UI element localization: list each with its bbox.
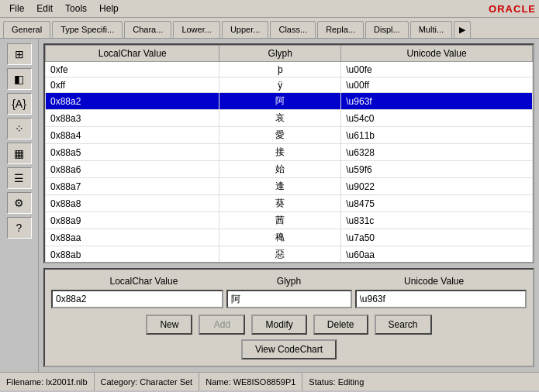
cell-unicode: \u963f xyxy=(341,93,533,110)
tab-bar: General Type Specifi... Chara... Lower..… xyxy=(0,18,539,39)
table-row[interactable]: 0xfeþ\u00fe xyxy=(46,62,533,77)
form-labels: LocalChar Value Glyph Unicode Value xyxy=(51,276,527,287)
tab-repla[interactable]: Repla... xyxy=(317,21,364,38)
cell-glyph: 愛 xyxy=(219,127,341,144)
cell-localchar: 0x88aa xyxy=(46,229,219,246)
cell-glyph: 哀 xyxy=(219,110,341,127)
cell-localchar: 0x88a2 xyxy=(46,93,219,110)
table-row[interactable]: 0x88a3哀\u54c0 xyxy=(46,110,533,127)
table-row[interactable]: 0x88a5接\u6328 xyxy=(46,144,533,161)
sidebar: ⊞ ◧ {A} ⁘ ▦ ☰ ⚙ ? xyxy=(0,39,39,372)
tab-type-specifi[interactable]: Type Specifi... xyxy=(52,21,123,38)
sidebar-icon-help[interactable]: ? xyxy=(7,217,32,239)
menu-help[interactable]: Help xyxy=(93,2,125,15)
cell-unicode: \u59f6 xyxy=(341,161,533,178)
form-label-localchar: LocalChar Value xyxy=(51,276,237,287)
cell-glyph: 葵 xyxy=(219,195,341,212)
edit-form: LocalChar Value Glyph Unicode Value New … xyxy=(43,268,534,367)
col-header-glyph: Glyph xyxy=(219,46,341,62)
cell-glyph: 接 xyxy=(219,144,341,161)
action-buttons: New Add Modify Delete Search xyxy=(51,315,527,335)
table-row[interactable]: 0x88a7逢\u9022 xyxy=(46,178,533,195)
table-scroll[interactable]: LocalChar Value Glyph Unicode Value 0xfe… xyxy=(45,45,533,262)
status-bar: Filename: lx2001f.nlb Category: Characte… xyxy=(0,372,539,390)
cell-glyph: 穐 xyxy=(219,229,341,246)
tab-multi[interactable]: Multi... xyxy=(410,21,452,38)
right-panel: LocalChar Value Glyph Unicode Value 0xfe… xyxy=(39,39,539,372)
cell-localchar: 0x88a9 xyxy=(46,212,219,229)
cell-unicode: \u00fe xyxy=(341,62,533,77)
table-row[interactable]: 0xffÿ\u00ff xyxy=(46,77,533,93)
form-label-unicode: Unicode Value xyxy=(341,276,527,287)
search-button[interactable]: Search xyxy=(375,315,432,335)
view-codechart-button[interactable]: View CodeChart xyxy=(241,339,337,359)
status-filename: Filename: lx2001f.nlb xyxy=(0,373,95,390)
input-localchar[interactable] xyxy=(51,290,223,308)
char-table: LocalChar Value Glyph Unicode Value 0xfe… xyxy=(45,45,533,262)
cell-unicode: \u831c xyxy=(341,212,533,229)
menu-bar: File Edit Tools Help ORACLE xyxy=(0,0,539,18)
tab-upper[interactable]: Upper... xyxy=(222,21,269,38)
cell-localchar: 0x88a5 xyxy=(46,144,219,161)
form-label-glyph: Glyph xyxy=(240,276,338,287)
cell-glyph: ÿ xyxy=(219,77,341,93)
table-row[interactable]: 0x88a6始\u59f6 xyxy=(46,161,533,178)
cell-localchar: 0x88a7 xyxy=(46,178,219,195)
sidebar-icon-gear[interactable]: ⚙ xyxy=(7,192,32,214)
cell-glyph: 茜 xyxy=(219,212,341,229)
cell-localchar: 0x88a4 xyxy=(46,127,219,144)
cell-glyph: þ xyxy=(219,62,341,77)
cell-unicode: \u00ff xyxy=(341,77,533,93)
table-row[interactable]: 0x88a8葵\u8475 xyxy=(46,195,533,212)
status-editing: Status: Editing xyxy=(302,373,539,390)
status-category: Category: Character Set xyxy=(95,373,200,390)
col-header-localchar: LocalChar Value xyxy=(46,46,219,62)
table-row[interactable]: 0x88aa穐\u7a50 xyxy=(46,229,533,246)
sidebar-icon-grid[interactable]: ⊞ xyxy=(7,43,32,65)
view-codechart-row: View CodeChart xyxy=(51,339,527,359)
tab-lower[interactable]: Lower... xyxy=(173,21,220,38)
menu-file[interactable]: File xyxy=(3,2,30,15)
cell-unicode: \u9022 xyxy=(341,178,533,195)
cell-unicode: \u54c0 xyxy=(341,110,533,127)
table-row[interactable]: 0x88a2阿\u963f xyxy=(46,93,533,110)
tab-general[interactable]: General xyxy=(3,21,50,38)
cell-glyph: 始 xyxy=(219,161,341,178)
table-container[interactable]: LocalChar Value Glyph Unicode Value 0xfe… xyxy=(43,43,534,263)
sidebar-icon-type[interactable]: {A} xyxy=(7,93,32,115)
cell-unicode: \u8475 xyxy=(341,195,533,212)
table-row[interactable]: 0x88a4愛\u611b xyxy=(46,127,533,144)
tab-more[interactable]: ▶ xyxy=(454,21,471,38)
menu-tools[interactable]: Tools xyxy=(59,2,93,15)
cell-localchar: 0x88a6 xyxy=(46,161,219,178)
cell-localchar: 0x88ab xyxy=(46,246,219,263)
add-button[interactable]: Add xyxy=(199,315,245,335)
new-button[interactable]: New xyxy=(146,315,192,335)
edit-fields xyxy=(51,290,527,308)
menu-edit[interactable]: Edit xyxy=(30,2,59,15)
status-name: Name: WE8ISO8859P1 xyxy=(199,373,302,390)
tab-chara[interactable]: Chara... xyxy=(124,21,171,38)
sidebar-icon-layout[interactable]: ▦ xyxy=(7,143,32,164)
delete-button[interactable]: Delete xyxy=(313,315,368,335)
sidebar-icon-dots[interactable]: ⁘ xyxy=(7,118,32,139)
main-content: ⊞ ◧ {A} ⁘ ▦ ☰ ⚙ ? LocalChar Value Glyph … xyxy=(0,39,539,372)
cell-unicode: \u6328 xyxy=(341,144,533,161)
table-row[interactable]: 0x88a9茜\u831c xyxy=(46,212,533,229)
cell-glyph: 惡 xyxy=(219,246,341,263)
cell-glyph: 阿 xyxy=(219,93,341,110)
input-glyph[interactable] xyxy=(226,290,352,308)
sidebar-icon-panel[interactable]: ◧ xyxy=(7,68,32,90)
tab-class[interactable]: Class... xyxy=(270,21,316,38)
col-header-unicode: Unicode Value xyxy=(341,46,533,62)
cell-localchar: 0x88a8 xyxy=(46,195,219,212)
cell-unicode: \u611b xyxy=(341,127,533,144)
tab-displ[interactable]: Displ... xyxy=(365,21,409,38)
modify-button[interactable]: Modify xyxy=(251,315,306,335)
table-row[interactable]: 0x88ab惡\u60aa xyxy=(46,246,533,263)
cell-localchar: 0x88a3 xyxy=(46,110,219,127)
oracle-logo: ORACLE xyxy=(489,3,536,15)
input-unicode[interactable] xyxy=(355,290,527,308)
sidebar-icon-list[interactable]: ☰ xyxy=(7,167,32,189)
cell-localchar: 0xfe xyxy=(46,62,219,77)
